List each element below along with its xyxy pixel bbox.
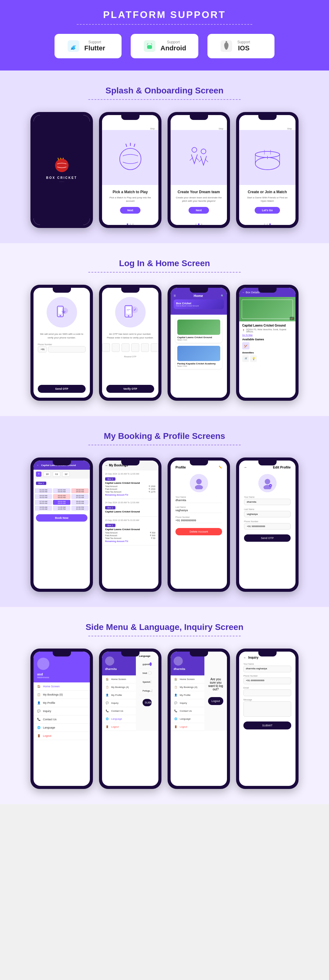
logout-button[interactable]: Logout xyxy=(208,697,223,705)
time-slot-11[interactable]: 11:00 AM12:00 PM xyxy=(53,506,70,511)
inquiry-name-input[interactable]: dharmita-vaghasiya xyxy=(244,666,291,672)
otp-box-1[interactable] xyxy=(102,344,110,352)
logout-menu-bookings[interactable]: 📋 My Bookings (4) xyxy=(171,683,204,691)
time-slot-9[interactable]: 09:00 AM10:00 AM xyxy=(71,500,89,505)
phone-number-field[interactable] xyxy=(48,346,85,353)
dot-3c xyxy=(269,223,271,225)
onboard2-next-button[interactable]: Next xyxy=(188,207,209,214)
gujarati-radio[interactable] xyxy=(150,662,152,666)
otp-box-4[interactable] xyxy=(131,344,139,352)
time-slot-5[interactable]: 05:00 AM06:00 AM xyxy=(53,494,70,499)
send-otp-illustration xyxy=(47,297,77,328)
verify-otp-button[interactable]: Verify OTP xyxy=(106,385,154,393)
time-slot-6[interactable]: 06:00 AM07:00 AM xyxy=(71,494,89,499)
logout-menu-home[interactable]: 🏠 Home Screen xyxy=(171,675,204,683)
time-slot-1[interactable]: 01:00 AM02:00 AM xyxy=(35,488,52,493)
otp-box-3[interactable] xyxy=(122,344,130,352)
hindi-radio[interactable] xyxy=(148,671,152,675)
send-otp-desc: We will send you an SMS with a code to v… xyxy=(38,332,85,340)
spanish-radio[interactable] xyxy=(150,680,152,684)
lang-hindi[interactable]: hindi xyxy=(139,669,155,678)
book-now-button[interactable]: Book Now xyxy=(36,514,87,522)
search-icon[interactable]: 🔍 xyxy=(221,294,224,297)
inquiry-phone-label: Phone Number xyxy=(244,675,291,677)
otp-box-6[interactable] xyxy=(151,344,159,352)
logout-language-label: Language xyxy=(180,718,191,720)
back-icon-editprofile[interactable]: ← xyxy=(244,465,247,469)
skip-label-2[interactable]: Skip xyxy=(218,121,227,130)
menu-item-contact[interactable]: 📞 Contact Us xyxy=(33,715,90,724)
time-slot-8[interactable]: 08:00 AM09:00 AM xyxy=(53,500,70,505)
menu-item-bookings[interactable]: 📋 My Bookings (0) xyxy=(33,690,90,699)
logout-menu-inquiry[interactable]: 💬 Inquiry xyxy=(171,699,204,707)
time-slot-4[interactable]: 04:00 AM05:00 AM xyxy=(35,494,52,499)
logout-menu-profile[interactable]: 👤 My Profile xyxy=(171,691,204,699)
edit-phone-input[interactable]: +91 9999999999 xyxy=(244,523,291,530)
edit-firstname-input[interactable]: dharmita xyxy=(244,499,291,505)
hamburger-icon[interactable]: ☰ xyxy=(174,294,176,297)
sidemenu-username: asd xyxy=(37,672,86,676)
hindi-label: hindi xyxy=(142,672,147,674)
time-slot-10[interactable]: 10:00 AM11:00 AM xyxy=(35,506,52,511)
goto-map-link[interactable]: Go To Map xyxy=(242,334,293,336)
menu-item-language[interactable]: 🌐 Language xyxy=(33,724,90,732)
send-otp-button[interactable]: Send OTP xyxy=(38,385,85,393)
lang-menu-logout[interactable]: 🚪 Logout xyxy=(102,723,136,731)
lang-menu-bookings[interactable]: 📋 My Bookings (4) xyxy=(102,683,136,691)
time-slot-3[interactable]: 03:00 AM04:00 AM xyxy=(71,488,89,493)
back-icon-mybooking[interactable]: ← xyxy=(105,464,109,467)
inquiry-submit-button[interactable]: SUBMIT xyxy=(244,722,291,729)
lang-menu-language[interactable]: 🌐 Language xyxy=(102,715,136,723)
date-tab-10[interactable]: 10 xyxy=(43,471,51,477)
date-tab-9[interactable]: 9 xyxy=(36,471,41,477)
back-icon-booking[interactable]: ← xyxy=(36,464,39,467)
profile-notch xyxy=(190,461,208,465)
inquiry-message-input[interactable] xyxy=(244,702,291,717)
menu-item-inquiry[interactable]: 💬 Inquiry xyxy=(33,707,90,715)
lang-menu-profile[interactable]: 👤 My Profile xyxy=(102,691,136,699)
skip-label-3[interactable]: Skip xyxy=(287,121,296,130)
menu-item-logout[interactable]: 🚪 Logout xyxy=(33,732,90,740)
logout-menu-logout[interactable]: 🚪 Logout xyxy=(171,723,204,731)
lang-menu-inquiry[interactable]: 💬 Inquiry xyxy=(102,699,136,707)
profile-edit-icon[interactable]: ✏️ xyxy=(219,466,222,469)
inquiry-phone-input[interactable]: +91-9999999999 xyxy=(244,678,291,684)
booking-venue-3: Capital Lawns Cricket Ground xyxy=(105,528,155,531)
otp-box-2[interactable] xyxy=(112,344,120,352)
time-slot-12[interactable]: 12:00 PM01:00 AM xyxy=(71,506,89,511)
onboard3-letsgo-button[interactable]: Let's Go xyxy=(255,207,280,214)
time-slot-7[interactable]: 07:00 AM08:00 AM xyxy=(35,500,52,505)
lang-spanish[interactable]: Spanish xyxy=(139,678,155,686)
box-label-3: Box 1 xyxy=(105,524,115,527)
date-tab-11[interactable]: 11 xyxy=(53,471,60,477)
logout-menu-language[interactable]: 🌐 Language xyxy=(171,715,204,723)
booking-item-3: 23 Sep 2024 12:00 AM To 01:00 AM Box 1 C… xyxy=(102,517,158,546)
portuguese-radio[interactable] xyxy=(152,689,152,692)
booking-date-1: 24 Sep 2024 11:00 AM To 12:00 AM xyxy=(105,473,155,475)
delete-account-button[interactable]: Delete Account xyxy=(176,528,222,535)
inquiry-email-input[interactable] xyxy=(244,689,291,696)
phone-prefix-field[interactable]: +91 xyxy=(38,346,47,353)
time-booking-inner: ← Capital Lawns Cricket Ground 9 10 11 1… xyxy=(33,461,90,589)
menu-item-home[interactable]: 🏠 Home Screen xyxy=(33,682,90,690)
skip-label-1[interactable]: Skip xyxy=(150,121,158,130)
venue-card-1[interactable]: Capital Lawns Cricket Ground Near 2 km xyxy=(176,318,222,343)
menu-item-profile[interactable]: 👤 My Profile xyxy=(33,699,90,707)
lang-portuguese[interactable]: Portugu... xyxy=(139,686,155,695)
logout-menu-contact[interactable]: 📞 Contact Us xyxy=(171,707,204,715)
otp-box-5[interactable] xyxy=(141,344,149,352)
back-arrow-icon[interactable]: ← xyxy=(242,291,246,294)
date-tab-12[interactable]: 12 xyxy=(62,471,70,477)
venue-card-2[interactable]: Pankaj Kapadia Cricket Academy Near 4 km xyxy=(176,344,222,369)
edit-send-otp-button[interactable]: Send OTP xyxy=(244,535,291,542)
lang-contact-icon: 📞 xyxy=(106,710,109,712)
total-value-3: ₹ 500 xyxy=(150,532,155,534)
lang-menu-home[interactable]: 🏠 Home Screen xyxy=(102,675,136,683)
onboard1-next-button[interactable]: Next xyxy=(120,207,141,214)
time-slot-2[interactable]: 02:00 AM03:00 AM xyxy=(53,488,70,493)
language-submit-button[interactable]: SUBMIT xyxy=(142,699,152,706)
edit-lastname-input[interactable]: vaghasiya xyxy=(244,511,291,517)
lang-menu-contact[interactable]: 📞 Contact Us xyxy=(102,707,136,715)
back-icon-inquiry[interactable]: ← xyxy=(244,656,247,659)
lang-gujarati[interactable]: gujarati xyxy=(139,660,155,669)
